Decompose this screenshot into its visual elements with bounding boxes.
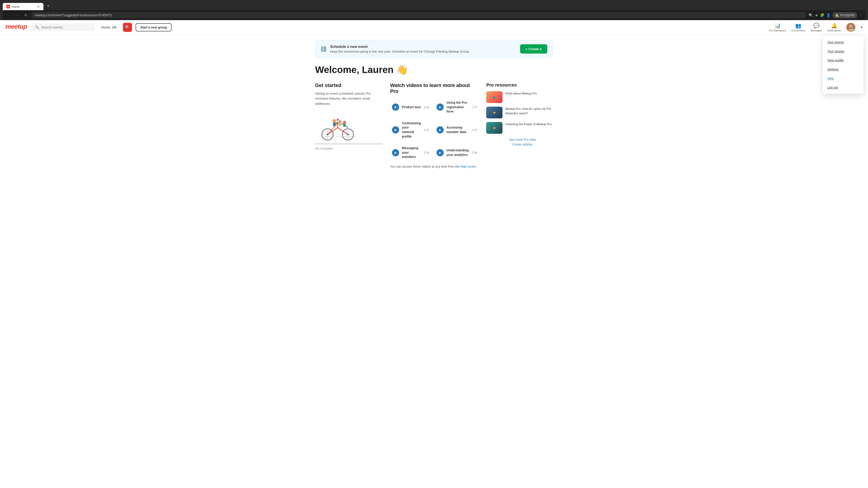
schedule-banner: ℹ️ Schedule a new event Keep the momentu… [315,40,553,58]
address-bar: ← → ↻ 🔍 ★ 🧩 👤 🕵 Incognito ⋮ [3,10,865,20]
welcome-heading: Welcome, Lauren 👋 [315,64,553,75]
svg-rect-17 [333,123,336,126]
search-submit-button[interactable]: 🔍 [123,23,132,32]
search-icon: 🔍 [35,25,39,29]
nav-notifications[interactable]: 🔔 Notifications [827,23,841,32]
videos-section: Watch videos to learn more about Pro ▶ P… [390,83,479,168]
banner-description: Keep the momentum going in the new year.… [330,50,469,53]
resource-item-unlocking[interactable]: 🎯 Unlocking the Power of Meetup Pro [486,122,559,134]
resource-title-faqs: FAQs about Meetup Pro [505,91,537,103]
resource-item-faqs[interactable]: 👥 FAQs about Meetup Pro [486,91,559,103]
notifications-label: Notifications [827,29,841,32]
resource-thumbnail-faqs: 👥 [486,91,502,103]
create-event-button[interactable]: + Create e [520,44,547,54]
profile-icon[interactable]: 👤 [826,13,831,18]
connections-icon: 👥 [795,23,801,29]
video-title: Customizing your network profile [402,121,421,139]
progress-label: 0% Complete [315,147,333,150]
get-started-heading: Get started [315,83,383,88]
nav-messages[interactable]: 💬 Messages [811,23,822,32]
address-input[interactable] [31,12,806,18]
video-item-pro-reg[interactable]: ▶ Using the Pro registration form 1:17 [435,99,479,116]
forward-button[interactable]: → [14,12,20,18]
meetup-logo[interactable]: meetup [5,22,28,32]
new-tab-button[interactable]: + [44,2,52,10]
video-duration: 2:36 [471,151,477,154]
play-icon: ▶ [436,126,444,133]
svg-point-2 [849,25,852,28]
start-group-button[interactable]: Start a new group [135,23,171,31]
nav-pro-dashboard[interactable]: 📊 Pro Dashboard [769,23,786,32]
tab-favicon: m [6,5,10,8]
resource-thumbnail-grow-reach: 🤝 [486,107,502,119]
progress-bar-container [315,143,383,144]
svg-point-16 [333,119,336,123]
incognito-badge: 🕵 Incognito [833,12,857,18]
search-input[interactable] [41,25,92,29]
video-title: Messaging your members [402,146,421,159]
video-item-analytics[interactable]: ▶ Understanding your analytics 2:36 [435,144,479,161]
dropdown-help[interactable]: Help [823,74,864,83]
svg-point-20 [338,120,342,123]
help-center-note: You can access these videos at any time … [390,165,479,168]
dropdown-settings[interactable]: Settings [823,65,864,74]
pro-dashboard-label: Pro Dashboard [769,29,786,32]
search-bar: 🔍 [32,23,95,31]
tab-title: Home [12,5,35,8]
banner-text: Schedule a new event Keep the momentum g… [330,45,469,53]
video-title: Product tour [402,105,421,109]
video-item-accessing-data[interactable]: ▶ Accessing member data 1:43 [435,119,479,140]
video-item-messaging[interactable]: ▶ Messaging your members 2:18 [390,144,431,161]
extensions-icon[interactable]: 🧩 [820,13,825,18]
main-content: ℹ️ Schedule a new event Keep the momentu… [310,35,558,174]
see-more-pro-help-link[interactable]: See more Pro Help Center articles [486,137,559,147]
messages-icon: 💬 [813,23,819,29]
dropdown-your-events[interactable]: Your events [823,38,864,47]
video-duration: 1:43 [471,128,477,131]
pro-resources-section: Pro resources 👥 FAQs about Meetup Pro 🤝 … [486,83,559,147]
refresh-button[interactable]: ↻ [23,12,29,18]
video-title: Understanding your analytics [446,148,469,157]
active-tab[interactable]: m Home ✕ [3,3,43,10]
dropdown-view-profile[interactable]: View profile [823,56,864,65]
nav-connections[interactable]: 👥 Connections [792,23,805,32]
resource-item-grow-reach[interactable]: 🤝 Meetup Pro: How do I grow my Pro Netwo… [486,107,559,119]
menu-icon[interactable]: ⋮ [859,13,863,18]
wave-emoji: 👋 [396,64,408,75]
video-title: Using the Pro registration form [446,101,469,114]
video-duration: 2:18 [424,151,429,154]
dropdown-your-groups[interactable]: Your groups [823,47,864,56]
video-item-product-tour[interactable]: ▶ Product tour 3:19 [390,99,431,116]
search-toolbar-icon[interactable]: 🔍 [809,13,813,18]
browser-actions: 🔍 ★ 🧩 👤 🕵 Incognito ⋮ [809,12,863,18]
pro-resources-heading: Pro resources [486,83,559,88]
avatar-container[interactable] [846,23,855,32]
resource-title-grow-reach: Meetup Pro: How do I grow my Pro Network… [505,107,559,119]
videos-grid: ▶ Product tour 3:19 ▶ Using the Pro regi… [390,99,479,161]
help-center-link[interactable]: help center. [461,165,477,168]
play-icon: ▶ [392,149,399,156]
messages-label: Messages [811,29,822,32]
tab-close-button[interactable]: ✕ [37,5,40,8]
video-duration: 1:17 [471,105,477,109]
banner-info-icon: ℹ️ [321,46,327,52]
tab-bar: m Home ✕ + [3,2,865,10]
bookmark-icon[interactable]: ★ [815,13,818,18]
play-icon: ▶ [436,103,444,111]
svg-text:meetup: meetup [5,23,27,30]
connections-label: Connections [792,29,805,32]
videos-heading: Watch videos to learn more about Pro [390,83,479,94]
header-nav: 📊 Pro Dashboard 👥 Connections 💬 Messages… [769,23,863,32]
back-button[interactable]: ← [5,12,12,18]
location-display[interactable]: Dover, DE [98,25,119,29]
get-started-card: Get started Having an event scheduled un… [315,83,383,151]
video-duration: 1:41 [424,128,429,131]
user-dropdown-menu: Your events Your groups View profile Set… [823,36,864,94]
video-item-customizing[interactable]: ▶ Customizing your network profile 1:41 [390,119,431,140]
chevron-down-icon[interactable]: ▾ [861,25,863,29]
svg-rect-23 [343,124,346,127]
dropdown-log-out[interactable]: Log out [823,83,864,92]
content-grid: Get started Having an event scheduled un… [315,83,553,168]
logo-svg: meetup [5,22,28,31]
video-duration: 3:19 [424,105,429,109]
